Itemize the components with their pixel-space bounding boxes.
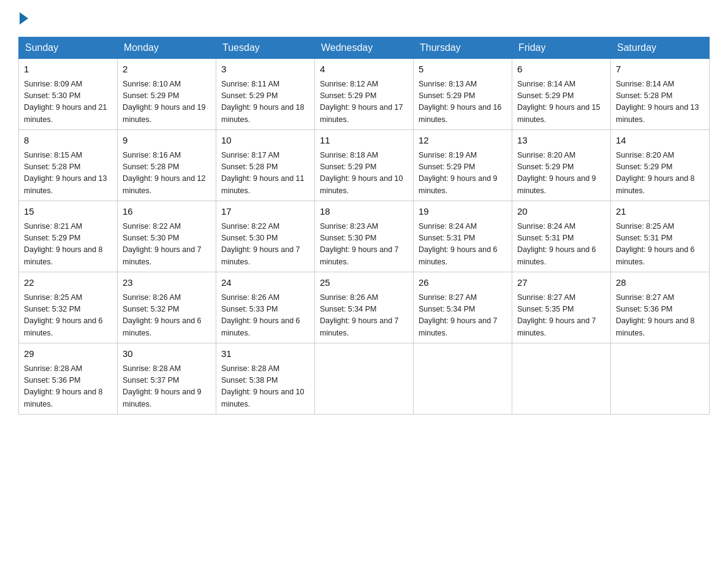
calendar-cell [315,343,414,415]
day-info: Sunrise: 8:22 AMSunset: 5:30 PMDaylight:… [123,221,211,269]
day-number: 31 [221,347,309,361]
day-number: 12 [419,134,507,148]
day-info: Sunrise: 8:16 AMSunset: 5:28 PMDaylight:… [123,150,211,197]
calendar-cell: 20Sunrise: 8:24 AMSunset: 5:31 PMDayligh… [512,201,611,272]
calendar-header-thursday: Thursday [414,37,512,59]
day-number: 18 [320,205,408,219]
calendar-cell: 26Sunrise: 8:27 AMSunset: 5:34 PMDayligh… [414,272,512,343]
calendar-cell: 6Sunrise: 8:14 AMSunset: 5:29 PMDaylight… [512,59,611,130]
day-info: Sunrise: 8:24 AMSunset: 5:31 PMDaylight:… [517,221,605,269]
logo-blue-part [18,12,28,25]
day-number: 27 [517,276,605,290]
day-info: Sunrise: 8:23 AMSunset: 5:30 PMDaylight:… [320,221,408,269]
calendar-header-wednesday: Wednesday [315,37,414,59]
day-info: Sunrise: 8:11 AMSunset: 5:29 PMDaylight:… [221,79,309,126]
day-info: Sunrise: 8:12 AMSunset: 5:29 PMDaylight:… [320,79,408,126]
day-info: Sunrise: 8:10 AMSunset: 5:29 PMDaylight:… [123,79,211,126]
calendar-week-row-1: 1Sunrise: 8:09 AMSunset: 5:30 PMDaylight… [19,59,710,130]
day-number: 1 [24,63,112,77]
calendar-header-tuesday: Tuesday [216,37,315,59]
calendar-cell: 22Sunrise: 8:25 AMSunset: 5:32 PMDayligh… [19,272,118,343]
day-number: 14 [616,134,704,148]
day-number: 20 [517,205,605,219]
calendar-cell: 30Sunrise: 8:28 AMSunset: 5:37 PMDayligh… [118,343,216,415]
calendar-cell: 29Sunrise: 8:28 AMSunset: 5:36 PMDayligh… [19,343,118,415]
calendar-cell: 27Sunrise: 8:27 AMSunset: 5:35 PMDayligh… [512,272,611,343]
calendar-cell: 21Sunrise: 8:25 AMSunset: 5:31 PMDayligh… [611,201,710,272]
day-number: 13 [517,134,605,148]
calendar-cell: 31Sunrise: 8:28 AMSunset: 5:38 PMDayligh… [216,343,315,415]
calendar-header-row: SundayMondayTuesdayWednesdayThursdayFrid… [19,37,710,59]
day-info: Sunrise: 8:28 AMSunset: 5:36 PMDaylight:… [24,363,112,411]
calendar-cell: 23Sunrise: 8:26 AMSunset: 5:32 PMDayligh… [118,272,216,343]
day-info: Sunrise: 8:19 AMSunset: 5:29 PMDaylight:… [419,150,507,197]
day-number: 21 [616,205,704,219]
calendar-cell: 16Sunrise: 8:22 AMSunset: 5:30 PMDayligh… [118,201,216,272]
day-number: 3 [221,63,309,77]
day-info: Sunrise: 8:20 AMSunset: 5:29 PMDaylight:… [517,150,605,197]
day-info: Sunrise: 8:26 AMSunset: 5:32 PMDaylight:… [123,292,211,340]
day-info: Sunrise: 8:13 AMSunset: 5:29 PMDaylight:… [419,79,507,126]
day-info: Sunrise: 8:25 AMSunset: 5:32 PMDaylight:… [24,292,112,340]
calendar-cell: 3Sunrise: 8:11 AMSunset: 5:29 PMDaylight… [216,59,315,130]
day-number: 16 [123,205,211,219]
calendar-cell: 25Sunrise: 8:26 AMSunset: 5:34 PMDayligh… [315,272,414,343]
day-info: Sunrise: 8:26 AMSunset: 5:34 PMDaylight:… [320,292,408,340]
calendar-week-row-4: 22Sunrise: 8:25 AMSunset: 5:32 PMDayligh… [19,272,710,343]
calendar-cell: 17Sunrise: 8:22 AMSunset: 5:30 PMDayligh… [216,201,315,272]
calendar-cell: 24Sunrise: 8:26 AMSunset: 5:33 PMDayligh… [216,272,315,343]
calendar-cell: 5Sunrise: 8:13 AMSunset: 5:29 PMDaylight… [414,59,512,130]
calendar-week-row-5: 29Sunrise: 8:28 AMSunset: 5:36 PMDayligh… [19,343,710,415]
day-number: 8 [24,134,112,148]
day-info: Sunrise: 8:28 AMSunset: 5:38 PMDaylight:… [221,363,309,411]
day-number: 7 [616,63,704,77]
calendar-cell [611,343,710,415]
calendar-header-saturday: Saturday [611,37,710,59]
day-number: 24 [221,276,309,290]
day-number: 6 [517,63,605,77]
calendar-cell: 11Sunrise: 8:18 AMSunset: 5:29 PMDayligh… [315,130,414,201]
calendar-cell: 12Sunrise: 8:19 AMSunset: 5:29 PMDayligh… [414,130,512,201]
day-info: Sunrise: 8:18 AMSunset: 5:29 PMDaylight:… [320,150,408,197]
calendar-header-sunday: Sunday [19,37,118,59]
day-info: Sunrise: 8:22 AMSunset: 5:30 PMDaylight:… [221,221,309,269]
calendar-cell: 7Sunrise: 8:14 AMSunset: 5:28 PMDaylight… [611,59,710,130]
calendar-header-monday: Monday [118,37,216,59]
day-info: Sunrise: 8:14 AMSunset: 5:29 PMDaylight:… [517,79,605,126]
day-info: Sunrise: 8:27 AMSunset: 5:34 PMDaylight:… [419,292,507,340]
day-number: 30 [123,347,211,361]
calendar-cell: 19Sunrise: 8:24 AMSunset: 5:31 PMDayligh… [414,201,512,272]
day-number: 17 [221,205,309,219]
day-number: 2 [123,63,211,77]
day-number: 19 [419,205,507,219]
day-number: 15 [24,205,112,219]
day-info: Sunrise: 8:26 AMSunset: 5:33 PMDaylight:… [221,292,309,340]
day-number: 4 [320,63,408,77]
day-number: 26 [419,276,507,290]
day-number: 22 [24,276,112,290]
calendar-cell: 9Sunrise: 8:16 AMSunset: 5:28 PMDaylight… [118,130,216,201]
calendar-week-row-3: 15Sunrise: 8:21 AMSunset: 5:29 PMDayligh… [19,201,710,272]
day-number: 29 [24,347,112,361]
day-number: 10 [221,134,309,148]
calendar-table: SundayMondayTuesdayWednesdayThursdayFrid… [18,37,710,415]
day-info: Sunrise: 8:24 AMSunset: 5:31 PMDaylight:… [419,221,507,269]
day-info: Sunrise: 8:27 AMSunset: 5:36 PMDaylight:… [616,292,704,340]
logo [18,12,28,25]
calendar-cell: 4Sunrise: 8:12 AMSunset: 5:29 PMDaylight… [315,59,414,130]
calendar-header-friday: Friday [512,37,611,59]
day-number: 11 [320,134,408,148]
calendar-cell: 1Sunrise: 8:09 AMSunset: 5:30 PMDaylight… [19,59,118,130]
logo-arrow-icon [20,12,28,25]
calendar-cell: 18Sunrise: 8:23 AMSunset: 5:30 PMDayligh… [315,201,414,272]
calendar-cell: 13Sunrise: 8:20 AMSunset: 5:29 PMDayligh… [512,130,611,201]
calendar-cell: 15Sunrise: 8:21 AMSunset: 5:29 PMDayligh… [19,201,118,272]
day-info: Sunrise: 8:15 AMSunset: 5:28 PMDaylight:… [24,150,112,197]
calendar-cell: 2Sunrise: 8:10 AMSunset: 5:29 PMDaylight… [118,59,216,130]
day-number: 23 [123,276,211,290]
day-info: Sunrise: 8:28 AMSunset: 5:37 PMDaylight:… [123,363,211,411]
day-info: Sunrise: 8:25 AMSunset: 5:31 PMDaylight:… [616,221,704,269]
calendar-cell: 8Sunrise: 8:15 AMSunset: 5:28 PMDaylight… [19,130,118,201]
day-info: Sunrise: 8:21 AMSunset: 5:29 PMDaylight:… [24,221,112,269]
calendar-cell [414,343,512,415]
